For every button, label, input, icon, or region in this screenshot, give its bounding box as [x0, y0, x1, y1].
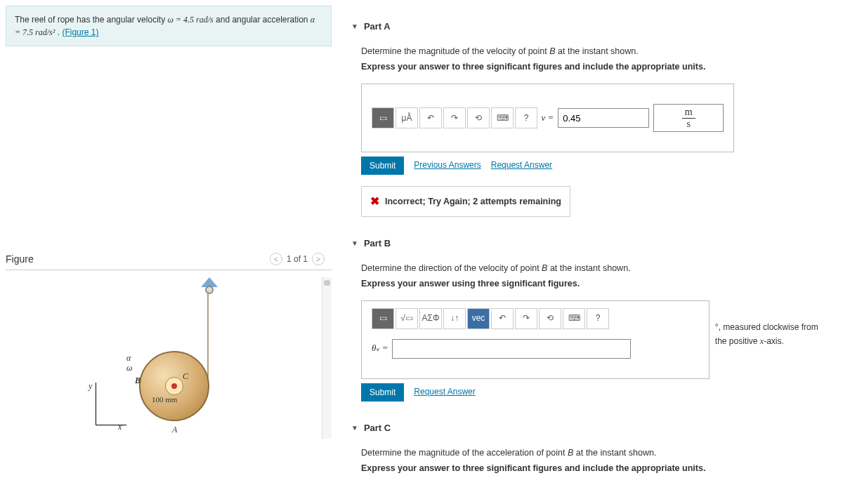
part-a-request-answer[interactable]: Request Answer [491, 159, 552, 172]
templates-icon[interactable]: ▭ [372, 308, 394, 329]
label-B: B [135, 376, 140, 386]
undo-icon[interactable]: ↶ [491, 308, 514, 329]
axis-x [96, 425, 126, 425]
vec-btn[interactable]: vec [467, 308, 490, 329]
pulley-icon [199, 277, 220, 296]
problem-text-b: and angular acceleration [216, 15, 311, 25]
pager-prev[interactable]: < [270, 253, 282, 265]
part-c-prompt: Determine the magnitude of the accelerat… [361, 446, 829, 460]
part-a-toolbar: ▭ μÅ ↶ ↷ ⟲ ⌨ ? [372, 107, 539, 128]
help-icon[interactable]: ? [587, 308, 609, 329]
part-b-title: Part B [364, 238, 391, 248]
figure-section: Figure < 1 of 1 > y x α [0, 248, 337, 439]
part-a-submit[interactable]: Submit [361, 157, 404, 175]
help-icon[interactable]: ? [515, 107, 537, 128]
part-b-submit[interactable]: Submit [361, 383, 404, 402]
axis-y [96, 383, 96, 425]
part-a-value-input[interactable] [558, 108, 649, 128]
part-a-prev-answers[interactable]: Previous Answers [414, 159, 481, 172]
part-b-toolbar: ▭ √▭ ΑΣΦ ↓↑ vec ↶ ↷ ⟲ ⌨ ? [372, 308, 610, 329]
redo-icon[interactable]: ↷ [515, 308, 537, 329]
omega-eq: ω = 4.5 rad/s [167, 15, 213, 25]
units-btn[interactable]: μÅ [396, 107, 418, 128]
rope [207, 291, 209, 388]
redo-icon[interactable]: ↷ [443, 107, 466, 128]
reset-icon[interactable]: ⟲ [539, 308, 561, 329]
part-b-answer-frame: ▭ √▭ ΑΣΦ ↓↑ vec ↶ ↷ ⟲ ⌨ ? θᵥ = [361, 300, 710, 379]
label-radius: 100 mm [152, 395, 177, 404]
right-panel: Part A Determine the magnitude of the ve… [337, 0, 843, 504]
keyboard-icon[interactable]: ⌨ [563, 308, 585, 329]
undo-icon[interactable]: ↶ [419, 107, 442, 128]
part-a-prompt: Determine the magnitude of the velocity … [361, 44, 829, 58]
part-a-feedback: ✖ Incorrect; Try Again; 2 attempts remai… [361, 186, 570, 217]
incorrect-icon: ✖ [370, 192, 379, 211]
part-b-value-input[interactable] [392, 339, 631, 359]
figure-scrollbar[interactable] [322, 277, 332, 439]
part-a-var: v = [541, 111, 554, 126]
label-alpha: α [126, 353, 131, 364]
figure-title: Figure [6, 253, 34, 265]
pager-next[interactable]: > [312, 253, 325, 265]
part-b-request-answer[interactable]: Request Answer [414, 385, 475, 399]
figure-pager: < 1 of 1 > [270, 253, 325, 265]
label-x: x [118, 422, 122, 432]
sort-icon[interactable]: ↓↑ [443, 308, 466, 329]
keyboard-icon[interactable]: ⌨ [491, 107, 514, 128]
problem-statement: The reel of rope has the angular velocit… [6, 6, 332, 46]
pager-text: 1 of 1 [287, 254, 308, 264]
part-b: Part B Determine the direction of the ve… [351, 238, 829, 402]
reel [139, 351, 209, 421]
part-a: Part A Determine the magnitude of the ve… [351, 21, 829, 217]
label-y: y [89, 381, 92, 392]
part-a-unit[interactable]: m s [653, 104, 724, 132]
part-a-header[interactable]: Part A [351, 21, 829, 32]
figure-canvas: y x α ω B C A 100 mm [6, 277, 332, 439]
templates-icon[interactable]: ▭ [372, 107, 394, 128]
part-b-suffix: °, measured clockwise from the positive … [715, 321, 829, 347]
part-a-sub: Express your answer to three significant… [361, 60, 829, 74]
part-a-title: Part A [364, 21, 391, 32]
figure-link[interactable]: (Figure 1) [62, 27, 98, 37]
part-a-answer-frame: ▭ μÅ ↶ ↷ ⟲ ⌨ ? v = m [361, 84, 734, 152]
part-c-header[interactable]: Part C [351, 423, 829, 433]
sqrt-icon[interactable]: √▭ [396, 308, 418, 329]
part-c-title: Part C [364, 423, 391, 433]
part-b-header[interactable]: Part B [351, 238, 829, 248]
left-panel: The reel of rope has the angular velocit… [0, 0, 337, 504]
reset-icon[interactable]: ⟲ [467, 107, 490, 128]
part-b-sub: Express your answer using three signific… [361, 277, 829, 291]
label-omega: ω [126, 363, 132, 373]
part-c-sub: Express your answer to three significant… [361, 461, 829, 475]
part-b-var: θᵥ = [372, 341, 388, 356]
greek-btn[interactable]: ΑΣΦ [419, 308, 442, 329]
part-c: Part C Determine the magnitude of the ac… [351, 423, 829, 475]
part-b-prompt: Determine the direction of the velocity … [361, 261, 829, 275]
label-C: C [183, 371, 188, 382]
problem-text-a: The reel of rope has the angular velocit… [15, 15, 167, 25]
label-A: A [172, 425, 177, 435]
